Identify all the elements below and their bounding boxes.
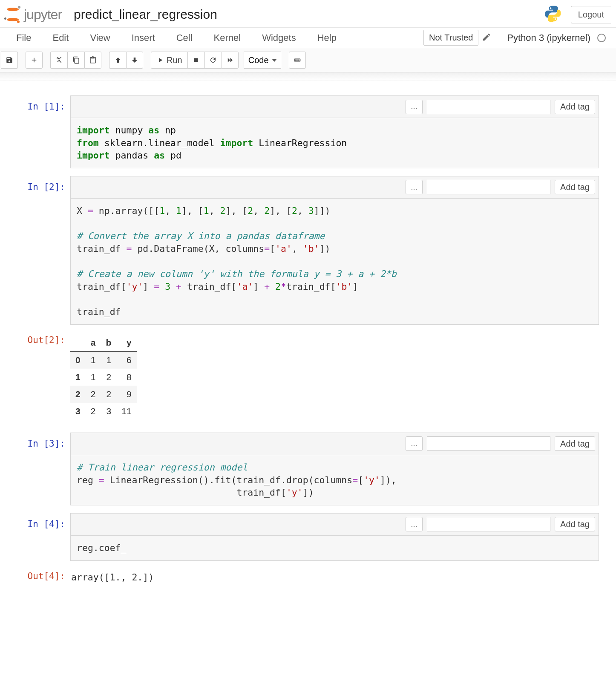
move-up-button[interactable] bbox=[109, 52, 126, 69]
menu-widgets[interactable]: Widgets bbox=[256, 28, 302, 48]
df-cell: 8 bbox=[116, 369, 136, 386]
cut-button[interactable] bbox=[50, 52, 67, 69]
code-cell[interactable]: In [2]: ... Add tag X = np.array([[1, 1]… bbox=[0, 176, 599, 325]
df-index: 3 bbox=[70, 403, 86, 420]
notebook-title[interactable]: predict_linear_regression bbox=[74, 7, 217, 22]
run-group: Run bbox=[151, 52, 239, 69]
tag-ellipsis-button[interactable]: ... bbox=[406, 436, 423, 451]
pencil-icon[interactable] bbox=[482, 32, 491, 43]
cell-type-select[interactable]: Code bbox=[244, 52, 281, 69]
run-button[interactable]: Run bbox=[151, 52, 187, 69]
menubar: File Edit View Insert Cell Kernel Widget… bbox=[0, 28, 616, 48]
df-cell: 1 bbox=[86, 369, 101, 386]
cell-tagbar: ... Add tag bbox=[70, 513, 599, 535]
command-palette-button[interactable] bbox=[289, 52, 306, 69]
menu-help[interactable]: Help bbox=[311, 28, 343, 48]
svg-rect-3 bbox=[296, 60, 297, 61]
table-row: 1 1 2 8 bbox=[70, 369, 137, 386]
kernel-name[interactable]: Python 3 (ipykernel) bbox=[507, 32, 590, 43]
df-index: 2 bbox=[70, 386, 86, 403]
insert-cell-button[interactable] bbox=[26, 52, 43, 69]
cell-tagbar: ... Add tag bbox=[70, 176, 599, 198]
tag-input[interactable] bbox=[427, 180, 550, 194]
cell-tagbar: ... Add tag bbox=[70, 433, 599, 455]
restart-button[interactable] bbox=[204, 52, 222, 69]
kernel-status-icon bbox=[597, 34, 606, 42]
tag-ellipsis-button[interactable]: ... bbox=[406, 180, 423, 194]
add-tag-button[interactable]: Add tag bbox=[555, 180, 595, 194]
output-cell: Out[2]: a b y 0 1 1 6 1 bbox=[0, 332, 599, 420]
df-index: 1 bbox=[70, 369, 86, 386]
copy-button[interactable] bbox=[67, 52, 84, 69]
dataframe-table: a b y 0 1 1 6 1 1 2 8 bbox=[70, 334, 137, 420]
code-input[interactable]: import numpy as np from sklearn.linear_m… bbox=[70, 118, 599, 168]
output-cell: Out[4]: array([1., 2.]) bbox=[0, 568, 599, 583]
df-col-header: y bbox=[116, 334, 136, 352]
jupyter-logo-icon bbox=[5, 7, 20, 22]
add-tag-button[interactable]: Add tag bbox=[555, 436, 595, 451]
header-bar: jupyter predict_linear_regression Logout bbox=[0, 0, 616, 28]
tag-ellipsis-button[interactable]: ... bbox=[406, 517, 423, 531]
add-tag-button[interactable]: Add tag bbox=[555, 100, 595, 114]
df-col-header: b bbox=[101, 334, 116, 352]
text-output: array([1., 2.]) bbox=[70, 568, 599, 583]
move-group bbox=[109, 52, 143, 69]
code-cell[interactable]: In [4]: ... Add tag reg.coef_ bbox=[0, 513, 599, 561]
menu-file[interactable]: File bbox=[10, 28, 37, 48]
df-cell: 6 bbox=[116, 351, 136, 369]
add-tag-button[interactable]: Add tag bbox=[555, 517, 595, 531]
brand-text: jupyter bbox=[24, 7, 62, 23]
jupyter-logo[interactable]: jupyter bbox=[5, 7, 62, 23]
table-row: 0 1 1 6 bbox=[70, 351, 137, 369]
code-cell[interactable]: In [3]: ... Add tag # Train linear regre… bbox=[0, 433, 599, 505]
tag-input[interactable] bbox=[427, 436, 550, 451]
save-button[interactable] bbox=[1, 52, 18, 69]
clipboard-group bbox=[50, 52, 101, 69]
menu-kernel[interactable]: Kernel bbox=[208, 28, 247, 48]
restart-run-all-button[interactable] bbox=[222, 52, 239, 69]
df-cell: 1 bbox=[101, 351, 116, 369]
menu-edit[interactable]: Edit bbox=[46, 28, 75, 48]
in-prompt: In [1]: bbox=[0, 95, 70, 168]
menu-cell[interactable]: Cell bbox=[170, 28, 199, 48]
code-input[interactable]: X = np.array([[1, 1], [1, 2], [2, 2], [2… bbox=[70, 198, 599, 325]
move-down-button[interactable] bbox=[126, 52, 143, 69]
code-cell[interactable]: In [1]: ... Add tag import numpy as np f… bbox=[0, 95, 599, 168]
df-cell: 9 bbox=[116, 386, 136, 403]
svg-rect-5 bbox=[298, 60, 299, 61]
df-cell: 11 bbox=[116, 403, 136, 420]
svg-rect-4 bbox=[297, 60, 298, 61]
df-cell: 2 bbox=[101, 386, 116, 403]
logout-button[interactable]: Logout bbox=[571, 6, 611, 23]
svg-rect-0 bbox=[194, 58, 198, 62]
df-cell: 2 bbox=[86, 403, 101, 420]
code-input[interactable]: # Train linear regression model reg = Li… bbox=[70, 455, 599, 505]
df-corner bbox=[70, 334, 86, 352]
svg-rect-6 bbox=[299, 60, 299, 61]
df-col-header: a bbox=[86, 334, 101, 352]
code-input[interactable]: reg.coef_ bbox=[70, 535, 599, 561]
table-row: 3 2 3 11 bbox=[70, 403, 137, 420]
cell-tagbar: ... Add tag bbox=[70, 95, 599, 118]
menu-insert[interactable]: Insert bbox=[126, 28, 161, 48]
svg-rect-2 bbox=[295, 60, 296, 61]
divider bbox=[499, 32, 499, 44]
df-cell: 1 bbox=[86, 351, 101, 369]
toolbar-shadow bbox=[0, 72, 616, 81]
tag-input[interactable] bbox=[427, 100, 550, 114]
trust-indicator[interactable]: Not Trusted bbox=[423, 30, 478, 46]
menu-view[interactable]: View bbox=[84, 28, 116, 48]
table-row: 2 2 2 9 bbox=[70, 386, 137, 403]
df-cell: 2 bbox=[101, 369, 116, 386]
cell-type-wrapper: Code bbox=[244, 52, 281, 69]
notebook-container: In [1]: ... Add tag import numpy as np f… bbox=[0, 81, 616, 599]
in-prompt: In [2]: bbox=[0, 176, 70, 325]
paste-button[interactable] bbox=[84, 52, 101, 69]
tag-ellipsis-button[interactable]: ... bbox=[406, 100, 423, 114]
df-cell: 3 bbox=[101, 403, 116, 420]
interrupt-button[interactable] bbox=[187, 52, 204, 69]
out-prompt: Out[2]: bbox=[0, 332, 70, 420]
in-prompt: In [3]: bbox=[0, 433, 70, 505]
tag-input[interactable] bbox=[427, 517, 550, 531]
python-icon bbox=[544, 4, 562, 25]
